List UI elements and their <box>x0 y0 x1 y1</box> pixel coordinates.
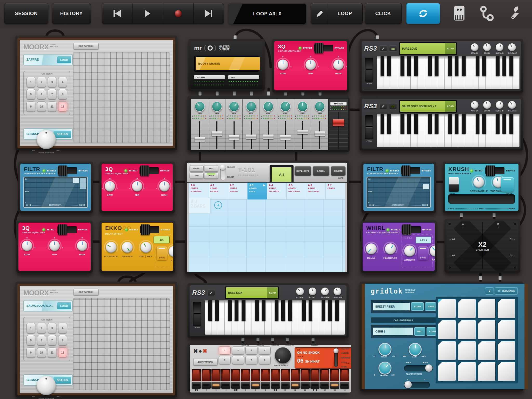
feedback-knob[interactable] <box>385 243 396 254</box>
piano-keys[interactable] <box>377 56 520 89</box>
pattern-button[interactable]: 8 <box>58 335 67 345</box>
master-fader[interactable] <box>333 119 344 126</box>
load-button[interactable]: LOAD <box>445 43 456 54</box>
tone-matrix-grid[interactable] <box>73 298 170 390</box>
load-button[interactable]: LOAD <box>267 287 278 298</box>
channel-fader[interactable] <box>229 135 239 140</box>
beat-button[interactable]: BEAT <box>204 165 218 171</box>
drum-pattern-button[interactable]: 7 <box>245 356 257 364</box>
step-fader[interactable]: 7 <box>251 369 260 391</box>
pan-knob[interactable] <box>229 101 239 112</box>
rs3-settings-button[interactable] <box>379 103 387 109</box>
pattern-button[interactable]: 7 <box>48 335 57 345</box>
step-fader[interactable]: 8 <box>261 369 270 391</box>
pan-knob[interactable] <box>195 101 205 112</box>
bypass-switch[interactable] <box>401 167 420 174</box>
adsr-knob[interactable] <box>296 288 304 295</box>
edit-pattern-button[interactable]: EDIT PATTERN <box>73 289 99 295</box>
pattern-button[interactable]: 7 <box>48 89 57 99</box>
channel-fader[interactable] <box>246 135 256 139</box>
preset-field[interactable]: BREEZY RIDER <box>373 303 410 310</box>
channel-fader[interactable] <box>212 131 222 136</box>
pitch-wheel[interactable] <box>365 58 373 82</box>
adsr-knob[interactable] <box>334 288 341 295</box>
step-fader[interactable]: 10 <box>281 369 290 391</box>
pattern-button[interactable]: 5 <box>26 89 35 99</box>
hold-switch[interactable] <box>449 177 459 192</box>
load-button[interactable]: LOAD <box>445 101 456 112</box>
block-button[interactable]: BLOCK <box>204 172 218 179</box>
pattern-button[interactable]: 8 <box>58 89 67 99</box>
pattern-button[interactable]: 3 <box>48 323 57 333</box>
pan-knob[interactable] <box>212 101 222 112</box>
block-cell[interactable]: A.6 4 BARS take it down <box>306 183 326 200</box>
pan-knob[interactable] <box>297 101 308 112</box>
eq-knob[interactable] <box>132 181 142 191</box>
pattern-button[interactable]: 5 <box>26 335 35 345</box>
piano-keys[interactable] <box>377 114 520 147</box>
rate-knob[interactable] <box>169 246 173 257</box>
sample-pad[interactable] <box>498 320 515 339</box>
pattern-button[interactable]: 2 <box>37 77 46 87</box>
black-keys[interactable] <box>377 56 520 76</box>
block-cell[interactable]: A.4 4 BARS BIT SYNTH <box>267 183 287 200</box>
adsr-knob[interactable] <box>496 43 503 51</box>
sample-pad[interactable] <box>498 362 515 381</box>
step-fader[interactable]: 12 <box>301 369 310 391</box>
step-fader[interactable]: 16 <box>340 369 349 391</box>
adsr-knob[interactable] <box>321 288 329 295</box>
bypass-switch[interactable] <box>57 226 77 233</box>
pattern-button[interactable]: 9 <box>26 347 35 358</box>
playback-mode-switch[interactable] <box>404 365 433 371</box>
pattern-button[interactable]: 6 <box>37 89 46 99</box>
adsr-knob[interactable] <box>471 43 478 51</box>
sample-pad[interactable] <box>458 341 475 360</box>
edit-pattern-button[interactable]: EDIT PATTERN <box>73 43 99 49</box>
pan-knob[interactable] <box>315 101 325 112</box>
load-button[interactable]: LOAD <box>57 56 71 63</box>
output-a2[interactable]: ← A2 <box>449 254 455 257</box>
bypass-switch[interactable] <box>314 45 333 51</box>
drum-pattern-button[interactable]: 6 <box>232 356 244 364</box>
block-cell-b0[interactable]: B.0 2 BARS <box>189 198 210 214</box>
sync-button[interactable]: SYNC <box>418 247 428 260</box>
block-cell[interactable]: A.2 2 BARS dolphins <box>228 183 248 200</box>
channel-fader[interactable] <box>195 137 205 142</box>
piano-keys[interactable] <box>205 300 345 335</box>
channel-fader[interactable] <box>280 135 291 140</box>
wrap-button[interactable] <box>501 177 514 192</box>
rs3-menu-button[interactable] <box>389 45 397 52</box>
rs3-settings-button[interactable] <box>207 290 215 296</box>
adsr-knob[interactable] <box>508 101 516 109</box>
sequence-button[interactable]: SEQUENCE <box>495 287 518 295</box>
output-channel-switch[interactable] <box>404 382 430 388</box>
edit-pattern-button[interactable]: EDIT PATTERN <box>193 358 218 365</box>
pan-knob[interactable] <box>263 101 274 112</box>
pattern-button[interactable]: 4 <box>58 323 67 333</box>
eq-knob[interactable] <box>105 181 115 191</box>
eq-knob[interactable] <box>159 181 170 191</box>
adsr-knob[interactable] <box>471 101 478 109</box>
step-fader[interactable]: 6 <box>241 369 250 391</box>
step-fader[interactable]: 1 <box>192 369 201 391</box>
pattern-button[interactable]: 10 <box>37 347 46 358</box>
eq-knob[interactable] <box>305 59 316 70</box>
block-cell[interactable]: A.1 2 BARS full band <box>208 183 228 200</box>
delay-knob[interactable] <box>366 243 377 254</box>
step-fader[interactable]: 11 <box>291 369 300 391</box>
step-fader[interactable]: 3 <box>211 369 221 391</box>
step-fader[interactable]: 5 <box>231 369 240 391</box>
pattern-button[interactable]: 3 <box>48 77 57 87</box>
pattern-button[interactable]: 9 <box>26 101 35 112</box>
drum-pattern-button[interactable]: 8 <box>259 356 271 364</box>
eq-knob[interactable] <box>22 241 32 251</box>
sample-pad[interactable] <box>438 299 456 318</box>
step-fader[interactable]: 15 <box>330 369 339 391</box>
dampen-knob[interactable] <box>122 242 133 253</box>
sample-pad[interactable] <box>438 320 456 339</box>
bypass-switch[interactable] <box>140 226 159 233</box>
bits-display[interactable] <box>448 194 515 204</box>
note-length-knob[interactable] <box>37 130 56 149</box>
filter-xy-screen[interactable]: 24 RES 0 20 HZFREQUENCY20 KHZ <box>23 177 88 208</box>
pattern-button[interactable]: 4 <box>58 77 67 87</box>
